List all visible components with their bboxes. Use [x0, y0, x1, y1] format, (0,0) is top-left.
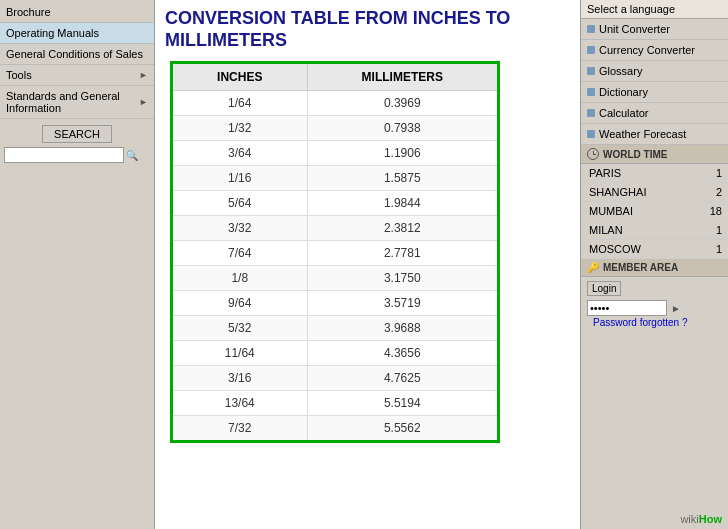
password-row: ► — [587, 300, 722, 316]
go-icon[interactable]: ► — [671, 303, 681, 314]
link-icon — [587, 130, 595, 138]
table-cell: 7/32 — [172, 416, 308, 442]
city-time: 1 — [716, 243, 722, 255]
search-input[interactable] — [4, 147, 124, 163]
world-time-moscow: MOSCOW 1 — [581, 240, 728, 259]
right-sidebar: Select a language Unit Converter Currenc… — [580, 0, 728, 529]
login-row: Login — [587, 281, 722, 296]
link-currency-converter[interactable]: Currency Converter — [581, 40, 728, 61]
table-cell: 0.3969 — [307, 91, 498, 116]
sidebar-item-standards[interactable]: Standards and General Information ► — [0, 86, 154, 119]
table-row: 3/641.1906 — [172, 141, 499, 166]
table-row: 1/161.5875 — [172, 166, 499, 191]
table-cell: 5.5194 — [307, 391, 498, 416]
table-cell: 0.7938 — [307, 116, 498, 141]
table-row: 3/322.3812 — [172, 216, 499, 241]
table-row: 13/645.5194 — [172, 391, 499, 416]
link-icon — [587, 67, 595, 75]
table-row: 7/642.7781 — [172, 241, 499, 266]
table-cell: 1/64 — [172, 91, 308, 116]
link-icon — [587, 109, 595, 117]
link-dictionary[interactable]: Dictionary — [581, 82, 728, 103]
login-button[interactable]: Login — [587, 281, 621, 296]
city-name: SHANGHAI — [589, 186, 646, 198]
table-cell: 1/32 — [172, 116, 308, 141]
city-name: MOSCOW — [589, 243, 641, 255]
link-label: Unit Converter — [599, 23, 670, 35]
conversion-table: INCHES MILLIMETERS 1/640.39691/320.79383… — [170, 61, 500, 443]
world-time-label: WORLD TIME — [603, 149, 667, 160]
member-area-label: MEMBER AREA — [603, 262, 678, 273]
title-line2: MILLIMETERS — [165, 30, 287, 50]
link-icon — [587, 88, 595, 96]
sidebar-label: General Conditions of Sales — [6, 48, 143, 60]
page-title: CONVERSION TABLE FROM INCHES TO MILLIMET… — [165, 8, 570, 51]
table-cell: 1/8 — [172, 266, 308, 291]
table-row: 7/325.5562 — [172, 416, 499, 442]
table-cell: 2.7781 — [307, 241, 498, 266]
search-icon: 🔍 — [126, 150, 138, 161]
link-icon — [587, 25, 595, 33]
city-name: MILAN — [589, 224, 623, 236]
link-label: Calculator — [599, 107, 649, 119]
table-cell: 2.3812 — [307, 216, 498, 241]
table-row: 9/643.5719 — [172, 291, 499, 316]
link-unit-converter[interactable]: Unit Converter — [581, 19, 728, 40]
table-cell: 5/64 — [172, 191, 308, 216]
arrow-icon: ► — [139, 70, 148, 80]
table-row: 3/164.7625 — [172, 366, 499, 391]
table-cell: 5.5562 — [307, 416, 498, 442]
sidebar-label: Operating Manuals — [6, 27, 99, 39]
table-cell: 9/64 — [172, 291, 308, 316]
table-cell: 3/16 — [172, 366, 308, 391]
link-calculator[interactable]: Calculator — [581, 103, 728, 124]
search-button[interactable]: SEARCH — [42, 125, 112, 143]
link-weather-forecast[interactable]: Weather Forecast — [581, 124, 728, 145]
right-sidebar-top: Select a language — [581, 0, 728, 19]
table-cell: 3/64 — [172, 141, 308, 166]
world-time-paris: PARIS 1 — [581, 164, 728, 183]
col-header-inches: INCHES — [172, 63, 308, 91]
table-cell: 4.7625 — [307, 366, 498, 391]
table-cell: 1/16 — [172, 166, 308, 191]
left-sidebar: Brochure Operating Manuals General Condi… — [0, 0, 155, 529]
city-time: 1 — [716, 167, 722, 179]
key-icon: 🔑 — [587, 262, 599, 273]
table-cell: 5/32 — [172, 316, 308, 341]
city-name: MUMBAI — [589, 205, 633, 217]
table-cell: 13/64 — [172, 391, 308, 416]
city-time: 2 — [716, 186, 722, 198]
language-select-label: Select a language — [587, 3, 675, 15]
wikihow-brand: How — [699, 513, 722, 525]
link-glossary[interactable]: Glossary — [581, 61, 728, 82]
table-cell: 3.5719 — [307, 291, 498, 316]
table-cell: 3/32 — [172, 216, 308, 241]
sidebar-item-operating-manuals[interactable]: Operating Manuals — [0, 23, 154, 44]
arrow-icon: ► — [139, 97, 148, 107]
sidebar-label: Brochure — [6, 6, 51, 18]
table-row: 11/644.3656 — [172, 341, 499, 366]
sidebar-item-tools[interactable]: Tools ► — [0, 65, 154, 86]
link-label: Currency Converter — [599, 44, 695, 56]
table-cell: 3.1750 — [307, 266, 498, 291]
link-label: Glossary — [599, 65, 642, 77]
world-time-milan: MILAN 1 — [581, 221, 728, 240]
table-row: 1/640.3969 — [172, 91, 499, 116]
table-cell: 1.9844 — [307, 191, 498, 216]
forgot-password-link[interactable]: Password forgotten ? — [587, 315, 694, 330]
world-time-mumbai: MUMBAI 18 — [581, 202, 728, 221]
main-content: CONVERSION TABLE FROM INCHES TO MILLIMET… — [155, 0, 580, 529]
city-time: 18 — [710, 205, 722, 217]
sidebar-item-general-conditions[interactable]: General Conditions of Sales — [0, 44, 154, 65]
sidebar-item-brochure[interactable]: Brochure — [0, 2, 154, 23]
table-cell: 4.3656 — [307, 341, 498, 366]
sidebar-label: Standards and General Information — [6, 90, 139, 114]
password-input[interactable] — [587, 300, 667, 316]
table-cell: 7/64 — [172, 241, 308, 266]
link-label: Dictionary — [599, 86, 648, 98]
search-area: SEARCH 🔍 — [0, 119, 154, 169]
table-row: 1/83.1750 — [172, 266, 499, 291]
col-header-mm: MILLIMETERS — [307, 63, 498, 91]
table-cell: 11/64 — [172, 341, 308, 366]
conversion-table-wrapper: INCHES MILLIMETERS 1/640.39691/320.79383… — [155, 57, 580, 529]
